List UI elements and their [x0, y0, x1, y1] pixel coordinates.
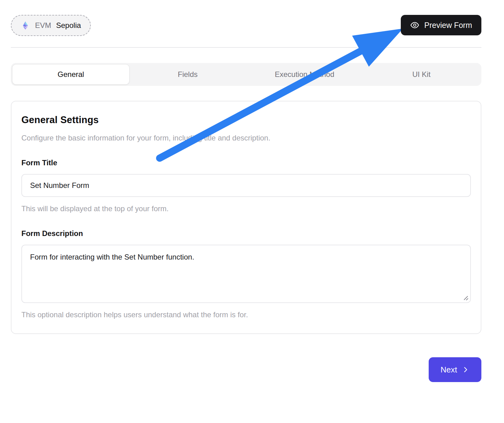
card-subtitle: Configure the basic information for your…	[21, 134, 471, 142]
network-badge-platform: EVM	[35, 21, 51, 30]
tab-general[interactable]: General	[12, 65, 129, 84]
ethereum-logo-icon	[21, 21, 30, 30]
tab-fields[interactable]: Fields	[129, 65, 246, 84]
tab-bar: General Fields Execution Method UI Kit	[11, 63, 481, 86]
preview-form-button[interactable]: Preview Form	[401, 15, 481, 35]
card-title: General Settings	[21, 114, 471, 126]
network-badge-name: Sepolia	[56, 21, 81, 30]
form-description-label: Form Description	[21, 229, 471, 238]
tab-execution-method[interactable]: Execution Method	[246, 65, 363, 84]
general-settings-card: General Settings Configure the basic inf…	[11, 101, 481, 334]
tab-ui-kit[interactable]: UI Kit	[363, 65, 480, 84]
next-button-label: Next	[440, 365, 457, 375]
next-button[interactable]: Next	[429, 357, 481, 382]
eye-icon	[410, 20, 419, 30]
network-badge[interactable]: EVM Sepolia	[11, 15, 91, 36]
form-title-helper: This will be displayed at the top of you…	[21, 204, 471, 213]
form-description-textarea[interactable]: Form for interacting with the Set Number…	[21, 245, 471, 303]
form-title-input[interactable]	[21, 174, 471, 197]
form-description-wrapper: Form for interacting with the Set Number…	[21, 245, 471, 303]
form-title-label: Form Title	[21, 158, 471, 167]
header-divider	[11, 47, 481, 48]
form-description-helper: This optional description helps users un…	[21, 310, 471, 319]
preview-form-label: Preview Form	[424, 21, 472, 30]
chevron-right-icon	[462, 366, 470, 374]
